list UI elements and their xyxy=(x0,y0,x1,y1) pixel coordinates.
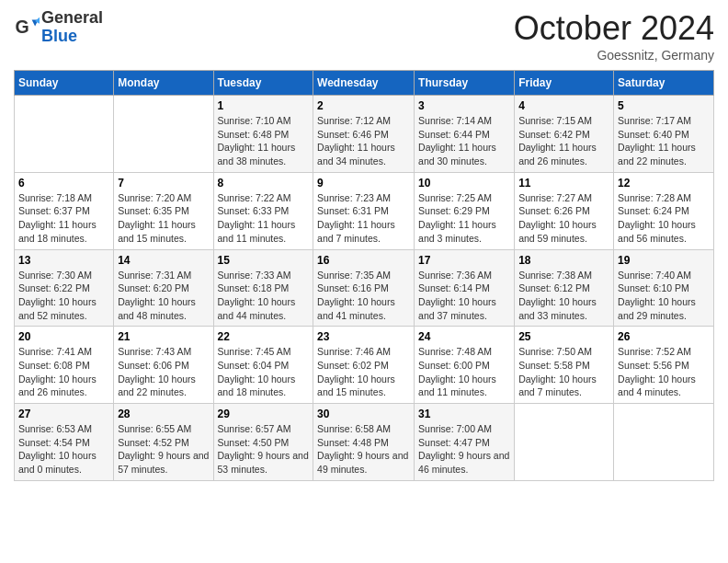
day-number: 10 xyxy=(418,177,510,190)
day-cell: 6Sunrise: 7:18 AM Sunset: 6:37 PM Daylig… xyxy=(15,172,114,249)
day-info: Sunrise: 7:52 AM Sunset: 5:56 PM Dayligh… xyxy=(618,345,710,399)
day-cell: 30Sunrise: 6:58 AM Sunset: 4:48 PM Dayli… xyxy=(313,404,415,481)
logo-general-text: General xyxy=(41,8,103,27)
day-number: 17 xyxy=(418,254,510,267)
day-cell: 9Sunrise: 7:23 AM Sunset: 6:31 PM Daylig… xyxy=(313,172,415,249)
day-cell xyxy=(15,96,114,173)
week-row-1: 1Sunrise: 7:10 AM Sunset: 6:48 PM Daylig… xyxy=(15,96,714,173)
day-info: Sunrise: 7:28 AM Sunset: 6:24 PM Dayligh… xyxy=(618,191,710,246)
day-number: 28 xyxy=(118,408,209,420)
day-cell: 25Sunrise: 7:50 AM Sunset: 5:58 PM Dayli… xyxy=(515,327,614,404)
weekday-header-saturday: Saturday xyxy=(614,71,714,96)
weekday-header-sunday: Sunday xyxy=(15,71,114,96)
day-cell: 22Sunrise: 7:45 AM Sunset: 6:04 PM Dayli… xyxy=(213,327,313,404)
day-number: 12 xyxy=(618,177,710,190)
day-info: Sunrise: 7:00 AM Sunset: 4:47 PM Dayligh… xyxy=(418,422,510,477)
day-cell: 13Sunrise: 7:30 AM Sunset: 6:22 PM Dayli… xyxy=(15,249,114,327)
day-number: 19 xyxy=(618,254,710,267)
day-number: 15 xyxy=(218,254,310,267)
logo-icon: G xyxy=(14,15,40,40)
day-info: Sunrise: 7:35 AM Sunset: 6:16 PM Dayligh… xyxy=(317,269,410,323)
day-info: Sunrise: 6:55 AM Sunset: 4:52 PM Dayligh… xyxy=(118,422,209,477)
day-number: 4 xyxy=(518,99,609,112)
day-info: Sunrise: 7:40 AM Sunset: 6:10 PM Dayligh… xyxy=(618,269,710,323)
day-cell: 19Sunrise: 7:40 AM Sunset: 6:10 PM Dayli… xyxy=(614,249,714,327)
day-number: 6 xyxy=(18,177,109,190)
day-cell: 1Sunrise: 7:10 AM Sunset: 6:48 PM Daylig… xyxy=(213,96,313,173)
day-info: Sunrise: 7:10 AM Sunset: 6:48 PM Dayligh… xyxy=(218,114,310,168)
day-number: 14 xyxy=(118,254,209,267)
day-number: 21 xyxy=(118,330,209,343)
day-info: Sunrise: 7:30 AM Sunset: 6:22 PM Dayligh… xyxy=(18,269,109,323)
day-cell xyxy=(614,404,714,481)
week-row-5: 27Sunrise: 6:53 AM Sunset: 4:54 PM Dayli… xyxy=(15,404,714,481)
day-number: 20 xyxy=(18,330,109,343)
day-cell: 20Sunrise: 7:41 AM Sunset: 6:08 PM Dayli… xyxy=(15,327,114,404)
day-number: 7 xyxy=(118,177,209,190)
day-info: Sunrise: 7:12 AM Sunset: 6:46 PM Dayligh… xyxy=(317,114,410,168)
day-cell: 4Sunrise: 7:15 AM Sunset: 6:42 PM Daylig… xyxy=(515,96,614,173)
day-info: Sunrise: 7:15 AM Sunset: 6:42 PM Dayligh… xyxy=(518,114,609,168)
calendar-table: SundayMondayTuesdayWednesdayThursdayFrid… xyxy=(14,70,714,481)
day-info: Sunrise: 7:31 AM Sunset: 6:20 PM Dayligh… xyxy=(118,269,209,323)
day-number: 22 xyxy=(218,330,310,343)
day-info: Sunrise: 7:41 AM Sunset: 6:08 PM Dayligh… xyxy=(18,345,109,399)
day-number: 23 xyxy=(317,330,410,343)
logo-blue-text: Blue xyxy=(41,27,77,45)
day-info: Sunrise: 7:46 AM Sunset: 6:02 PM Dayligh… xyxy=(317,345,410,399)
weekday-header-tuesday: Tuesday xyxy=(213,71,313,96)
day-info: Sunrise: 7:36 AM Sunset: 6:14 PM Dayligh… xyxy=(418,269,510,323)
day-info: Sunrise: 7:43 AM Sunset: 6:06 PM Dayligh… xyxy=(118,345,209,399)
day-cell: 18Sunrise: 7:38 AM Sunset: 6:12 PM Dayli… xyxy=(515,249,614,327)
day-number: 8 xyxy=(218,177,310,190)
day-number: 29 xyxy=(218,408,310,420)
week-row-2: 6Sunrise: 7:18 AM Sunset: 6:37 PM Daylig… xyxy=(15,172,714,249)
weekday-header-monday: Monday xyxy=(114,71,213,96)
weekday-header-thursday: Thursday xyxy=(415,71,515,96)
day-info: Sunrise: 7:48 AM Sunset: 6:00 PM Dayligh… xyxy=(418,345,510,399)
svg-text:G: G xyxy=(15,16,28,36)
day-number: 1 xyxy=(218,99,310,112)
day-number: 30 xyxy=(317,408,410,420)
day-number: 2 xyxy=(317,99,410,112)
logo: G General Blue xyxy=(14,9,103,46)
day-number: 5 xyxy=(618,99,710,112)
day-number: 18 xyxy=(518,254,609,267)
day-number: 3 xyxy=(418,99,510,112)
day-cell: 11Sunrise: 7:27 AM Sunset: 6:26 PM Dayli… xyxy=(515,172,614,249)
day-number: 27 xyxy=(18,408,109,420)
day-info: Sunrise: 7:14 AM Sunset: 6:44 PM Dayligh… xyxy=(418,114,510,168)
day-info: Sunrise: 7:33 AM Sunset: 6:18 PM Dayligh… xyxy=(218,269,310,323)
day-number: 9 xyxy=(317,177,410,190)
day-cell: 14Sunrise: 7:31 AM Sunset: 6:20 PM Dayli… xyxy=(114,249,213,327)
day-cell: 8Sunrise: 7:22 AM Sunset: 6:33 PM Daylig… xyxy=(213,172,313,249)
week-row-3: 13Sunrise: 7:30 AM Sunset: 6:22 PM Dayli… xyxy=(15,249,714,327)
day-cell: 7Sunrise: 7:20 AM Sunset: 6:35 PM Daylig… xyxy=(114,172,213,249)
day-info: Sunrise: 7:50 AM Sunset: 5:58 PM Dayligh… xyxy=(518,345,609,399)
weekday-header-row: SundayMondayTuesdayWednesdayThursdayFrid… xyxy=(15,71,714,96)
day-cell: 31Sunrise: 7:00 AM Sunset: 4:47 PM Dayli… xyxy=(415,404,515,481)
day-info: Sunrise: 7:23 AM Sunset: 6:31 PM Dayligh… xyxy=(317,191,410,246)
day-cell: 21Sunrise: 7:43 AM Sunset: 6:06 PM Dayli… xyxy=(114,327,213,404)
weekday-header-friday: Friday xyxy=(515,71,614,96)
day-info: Sunrise: 7:25 AM Sunset: 6:29 PM Dayligh… xyxy=(418,191,510,246)
page-header: G General Blue October 2024 Goessnitz, G… xyxy=(14,9,714,63)
day-info: Sunrise: 7:17 AM Sunset: 6:40 PM Dayligh… xyxy=(618,114,710,168)
day-cell: 17Sunrise: 7:36 AM Sunset: 6:14 PM Dayli… xyxy=(415,249,515,327)
day-number: 11 xyxy=(518,177,609,190)
day-info: Sunrise: 7:45 AM Sunset: 6:04 PM Dayligh… xyxy=(218,345,310,399)
day-cell: 3Sunrise: 7:14 AM Sunset: 6:44 PM Daylig… xyxy=(415,96,515,173)
day-cell xyxy=(114,96,213,173)
day-number: 13 xyxy=(18,254,109,267)
day-info: Sunrise: 7:20 AM Sunset: 6:35 PM Dayligh… xyxy=(118,191,209,246)
day-cell: 23Sunrise: 7:46 AM Sunset: 6:02 PM Dayli… xyxy=(313,327,415,404)
day-cell: 5Sunrise: 7:17 AM Sunset: 6:40 PM Daylig… xyxy=(614,96,714,173)
day-cell: 24Sunrise: 7:48 AM Sunset: 6:00 PM Dayli… xyxy=(415,327,515,404)
day-info: Sunrise: 7:38 AM Sunset: 6:12 PM Dayligh… xyxy=(518,269,609,323)
day-cell: 10Sunrise: 7:25 AM Sunset: 6:29 PM Dayli… xyxy=(415,172,515,249)
day-number: 25 xyxy=(518,330,609,343)
day-info: Sunrise: 7:22 AM Sunset: 6:33 PM Dayligh… xyxy=(218,191,310,246)
day-number: 16 xyxy=(317,254,410,267)
day-info: Sunrise: 7:27 AM Sunset: 6:26 PM Dayligh… xyxy=(518,191,609,246)
weekday-header-wednesday: Wednesday xyxy=(313,71,415,96)
